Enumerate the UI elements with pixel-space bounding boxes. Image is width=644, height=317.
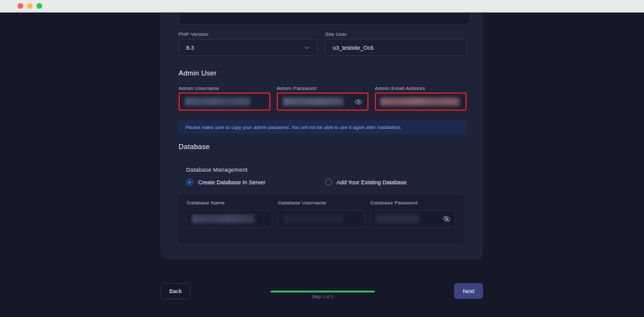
radio-create-database[interactable] xyxy=(186,179,193,186)
radio-existing-database-label: Add Your Existing Database xyxy=(336,179,407,186)
admin-password-notice: Please make sure to copy your admin pass… xyxy=(179,120,467,134)
admin-user-heading: Admin User xyxy=(179,69,216,77)
progress-bar xyxy=(270,291,375,292)
redacted-admin-password xyxy=(283,97,343,106)
php-version-select[interactable]: 8.3 xyxy=(179,39,318,56)
redacted-database-name xyxy=(192,214,255,223)
eye-off-icon[interactable] xyxy=(442,214,451,223)
site-setup-card: PHP Version 8.3 Site User u3_testsite_Oc… xyxy=(160,13,483,260)
eye-icon[interactable] xyxy=(354,97,363,106)
database-username-input[interactable] xyxy=(278,210,365,228)
admin-username-label: Admin Username xyxy=(179,86,219,91)
database-credentials-panel: Database Name Database Username Database… xyxy=(178,195,464,243)
database-name-input[interactable] xyxy=(187,210,272,228)
redacted-database-username xyxy=(283,214,343,223)
admin-password-label: Admin Password xyxy=(277,86,316,91)
back-button[interactable]: Back xyxy=(160,283,191,299)
site-user-value: u3_testsite_Oc6 xyxy=(333,45,374,51)
radio-existing-database[interactable] xyxy=(325,179,332,186)
admin-password-input[interactable] xyxy=(277,92,369,111)
database-name-label: Database Name xyxy=(187,200,225,206)
truncated-top-input[interactable] xyxy=(179,13,470,25)
window-titlebar xyxy=(0,0,644,13)
chevron-down-icon xyxy=(304,45,310,51)
admin-email-input[interactable] xyxy=(375,92,467,111)
zoom-window-icon[interactable] xyxy=(36,3,42,9)
database-management-options: Create Database In Server Add Your Exist… xyxy=(160,179,483,186)
site-user-label: Site User xyxy=(325,31,347,37)
redacted-admin-username xyxy=(185,97,250,106)
admin-email-label: Admin Email Address xyxy=(375,86,425,91)
database-password-label: Database Password xyxy=(370,200,418,206)
php-version-value: 8.3 xyxy=(186,45,194,51)
step-indicator: Step 1 of 1 xyxy=(270,294,375,299)
radio-create-database-label: Create Database In Server xyxy=(198,179,265,186)
redacted-database-password xyxy=(375,214,419,223)
php-version-label: PHP Version xyxy=(179,31,208,37)
database-username-label: Database Username xyxy=(278,200,326,206)
admin-username-input[interactable] xyxy=(179,92,270,111)
next-button[interactable]: Next xyxy=(454,283,483,299)
database-heading: Database xyxy=(179,143,210,150)
notice-text: Please make sure to copy your admin pass… xyxy=(186,125,402,130)
database-management-label: Database Management xyxy=(186,167,247,173)
minimize-window-icon[interactable] xyxy=(27,3,33,9)
site-user-field[interactable]: u3_testsite_Oc6 xyxy=(325,39,467,56)
close-window-icon[interactable] xyxy=(18,3,23,9)
redacted-admin-email xyxy=(380,97,460,106)
database-password-input[interactable] xyxy=(370,210,456,228)
